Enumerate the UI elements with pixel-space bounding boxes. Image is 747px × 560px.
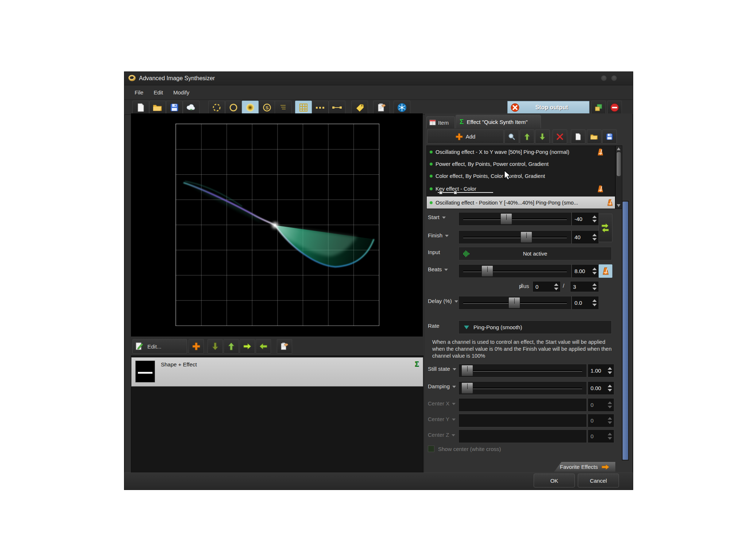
tag-tool-button[interactable] [351,101,368,114]
plus-denominator-field[interactable]: 3 [570,281,599,292]
search-effect-button[interactable] [504,129,519,144]
beats-slider[interactable] [458,264,572,278]
delay-slider-handle[interactable] [508,297,520,308]
beats-value-field[interactable]: 8.00 [572,264,599,278]
tab-effect[interactable]: Σ Effect "Quick Synth Item" [456,115,541,128]
glow-circle-tool-button[interactable] [242,101,259,114]
damping-slider[interactable] [458,381,587,395]
effect-row-2[interactable]: Power effect, By Points, Power control, … [427,158,615,170]
beats-metronome-button[interactable] [599,264,612,278]
delay-slider[interactable] [458,296,572,310]
key-effect-timeline[interactable] [438,192,493,193]
save-effect-list-button[interactable] [602,129,617,144]
new-file-button[interactable] [132,101,149,114]
grid-view-button[interactable] [295,101,312,114]
menu-file[interactable]: File [129,85,148,100]
add-shape-button[interactable] [189,339,204,354]
delay-spinner[interactable] [592,296,597,309]
damping-slider-handle[interactable] [461,382,473,394]
menu-modify[interactable]: Modify [168,85,194,100]
levels-tool-button[interactable] [275,101,291,114]
effect-row-label: Power effect, By Points, Power control, … [436,161,549,167]
finish-label-dropdown[interactable]: Finish [428,232,449,238]
panel-scrollbar[interactable] [622,201,629,460]
delay-row: Delay (%) 0.0 [425,295,624,310]
add-effect-button[interactable]: Add [427,129,504,144]
menu-edit[interactable]: Edit [148,85,168,100]
rate-dropdown[interactable]: Ping-Pong (smooth) [458,320,612,334]
active-dot-icon [430,175,433,178]
dashed-circle-tool-button[interactable] [208,101,225,114]
sigma-icon: Σ [460,118,464,126]
move-right-button[interactable] [240,339,255,354]
ok-button[interactable]: OK [534,474,575,487]
damping-value-field[interactable]: 0.00 [588,381,614,395]
freeze-tool-button[interactable] [394,101,410,114]
effect-list-scrollbar[interactable] [615,145,622,209]
edit-button[interactable]: Edit... [132,339,187,354]
effect-up-button[interactable] [520,129,534,144]
still-state-value-field[interactable]: 1.00 [588,364,614,377]
stop-output-button[interactable]: Stop output [507,101,589,114]
effect-down-button[interactable] [535,129,550,144]
save-button[interactable] [166,101,183,114]
move-left-button[interactable] [256,339,271,354]
new-effect-list-button[interactable] [571,129,585,144]
swap-start-finish-button[interactable] [599,214,612,242]
plus-value-field[interactable]: 0 [533,281,561,292]
start-spinner[interactable] [592,213,597,225]
layers-button[interactable] [591,101,606,114]
beats-label-dropdown[interactable]: Beats [428,266,448,272]
effect-row-4[interactable]: Key effect - Color [427,182,615,196]
finish-slider[interactable] [458,230,572,244]
effect-row-1[interactable]: Oscillating effect - X to Y wave [50%] P… [427,146,615,158]
effect-row-5-selected[interactable]: Oscillating effect - Position Y [-40%...… [427,197,615,209]
window-button-2[interactable] [611,75,617,81]
shape-row-label: Shape + Effect [161,361,197,368]
beats-spinner[interactable] [592,265,597,277]
effect-row-3[interactable]: Color effect, By Points, Color Control, … [427,170,615,182]
damping-label-dropdown[interactable]: Damping [428,383,456,389]
plus-denominator-spinner[interactable] [592,281,597,292]
delay-value-field[interactable]: 0.0 [572,296,599,310]
show-center-checkbox[interactable] [428,446,434,452]
scroll-thumb[interactable] [616,152,621,176]
start-label-dropdown[interactable]: Start [428,214,446,220]
open-button[interactable] [149,101,166,114]
beats-slider-handle[interactable] [481,265,493,277]
start-value-field[interactable]: -40 [572,212,599,226]
still-state-label-dropdown[interactable]: Still state [428,366,456,372]
move-up-button[interactable] [224,339,239,354]
move-down-button[interactable] [208,339,223,354]
favorite-effects-bar[interactable]: Favorite Effects [554,462,615,472]
start-slider[interactable] [458,212,572,226]
finish-slider-handle[interactable] [520,232,532,243]
cancel-button[interactable]: Cancel [578,474,619,487]
finish-value-field[interactable]: 40 [572,230,599,244]
shape-clipboard-button[interactable] [277,339,292,354]
span-view-button[interactable] [329,101,345,114]
panel-scroll-thumb[interactable] [623,202,628,460]
plus-spinner[interactable] [553,281,559,292]
tab-item[interactable]: Item [426,116,455,128]
shape-list-row[interactable]: Shape + Effect Σ [131,357,423,386]
circle-tool-button[interactable] [225,101,242,114]
window-button-1[interactable] [601,75,607,81]
shape-thumbnail [135,361,155,382]
still-state-spinner[interactable] [607,364,613,377]
still-state-slider[interactable] [458,364,587,377]
blackout-button[interactable] [607,101,622,114]
open-effect-list-button[interactable] [587,129,601,144]
delay-label-dropdown[interactable]: Delay (%) [428,298,458,304]
ellipsis-view-button[interactable] [312,101,329,114]
input-selector[interactable]: Not active [458,247,612,260]
clipboard-tool-button[interactable] [373,101,390,114]
finish-spinner[interactable] [592,231,597,244]
cloud-save-button[interactable] [183,101,200,114]
start-slider-handle[interactable] [500,213,512,225]
still-state-slider-handle[interactable] [461,365,473,376]
s-circle-tool-button[interactable]: S [259,101,275,114]
delete-effect-button[interactable] [553,129,567,144]
edit-button-label: Edit... [147,343,161,350]
damping-spinner[interactable] [607,382,613,394]
